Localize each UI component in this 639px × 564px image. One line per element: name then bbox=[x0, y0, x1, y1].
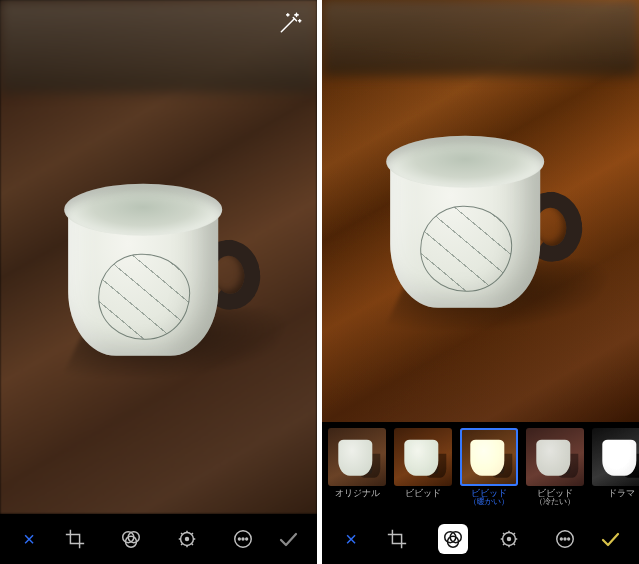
svg-point-13 bbox=[507, 538, 510, 541]
cancel-button[interactable]: × bbox=[336, 524, 366, 554]
thumb-sublabel: （冷たい） bbox=[535, 498, 575, 506]
tool-group bbox=[382, 524, 580, 554]
magic-wand-icon bbox=[277, 10, 303, 36]
thumb-preview bbox=[526, 428, 584, 486]
svg-point-16 bbox=[564, 538, 566, 540]
more-ellipsis-icon bbox=[232, 528, 254, 550]
adjust-tool-button[interactable] bbox=[172, 524, 202, 554]
thumb-preview bbox=[394, 428, 452, 486]
bottom-toolbar: × bbox=[0, 514, 317, 564]
adjust-dial-icon bbox=[498, 528, 520, 550]
svg-point-4 bbox=[185, 538, 188, 541]
svg-point-8 bbox=[245, 538, 247, 540]
more-ellipsis-icon bbox=[554, 528, 576, 550]
filter-thumb-original[interactable]: オリジナル bbox=[326, 428, 388, 512]
filter-thumbnail-strip[interactable]: オリジナル ビビッド ビビッド （暖かい） ビビッド （冷たい） ドラマ bbox=[322, 422, 639, 514]
thumb-preview bbox=[592, 428, 639, 486]
crop-tool-button[interactable] bbox=[382, 524, 412, 554]
svg-point-7 bbox=[242, 538, 244, 540]
svg-point-17 bbox=[567, 538, 569, 540]
thumb-sublabel: （暖かい） bbox=[469, 498, 509, 506]
filter-thumb-vivid[interactable]: ビビッド bbox=[392, 428, 454, 512]
more-tool-button[interactable] bbox=[228, 524, 258, 554]
filters-tool-button[interactable] bbox=[438, 524, 468, 554]
adjust-dial-icon bbox=[176, 528, 198, 550]
editor-pane-left: × bbox=[0, 0, 317, 564]
preview-subject-mug bbox=[380, 128, 560, 318]
done-button[interactable] bbox=[595, 524, 625, 554]
crop-icon bbox=[64, 528, 86, 550]
editor-pane-right: オリジナル ビビッド ビビッド （暖かい） ビビッド （冷たい） ドラマ × bbox=[322, 0, 639, 564]
checkmark-icon bbox=[276, 527, 300, 551]
thumb-label: オリジナル bbox=[335, 489, 380, 498]
filter-thumb-dramatic[interactable]: ドラマ bbox=[590, 428, 639, 512]
filters-icon bbox=[120, 528, 142, 550]
crop-icon bbox=[386, 528, 408, 550]
thumb-preview bbox=[460, 428, 518, 486]
auto-enhance-button[interactable] bbox=[277, 10, 303, 36]
filters-icon bbox=[442, 528, 464, 550]
bottom-toolbar: × bbox=[322, 514, 639, 564]
thumb-label: ビビッド bbox=[405, 489, 441, 498]
filter-thumb-vivid-cool[interactable]: ビビッド （冷たい） bbox=[524, 428, 586, 512]
crop-tool-button[interactable] bbox=[60, 524, 90, 554]
preview-subject-mug bbox=[58, 176, 238, 366]
svg-point-6 bbox=[238, 538, 240, 540]
photo-preview[interactable] bbox=[322, 0, 639, 422]
photo-preview[interactable] bbox=[0, 0, 317, 514]
thumb-label: ドラマ bbox=[608, 489, 635, 498]
thumb-preview bbox=[328, 428, 386, 486]
more-tool-button[interactable] bbox=[550, 524, 580, 554]
cancel-button[interactable]: × bbox=[14, 524, 44, 554]
done-button[interactable] bbox=[273, 524, 303, 554]
svg-point-15 bbox=[560, 538, 562, 540]
filter-thumb-vivid-warm[interactable]: ビビッド （暖かい） bbox=[458, 428, 520, 512]
tool-group bbox=[60, 524, 258, 554]
filters-tool-button[interactable] bbox=[116, 524, 146, 554]
adjust-tool-button[interactable] bbox=[494, 524, 524, 554]
checkmark-icon bbox=[598, 527, 622, 551]
